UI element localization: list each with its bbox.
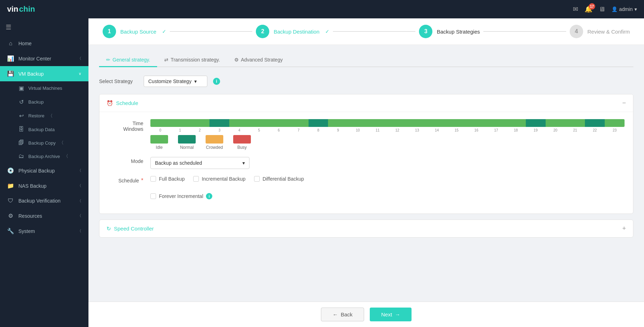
sidebar-sub-label: Backup Archive [28, 154, 60, 159]
time-bar-segment [447, 119, 466, 127]
chevron-icon: 〈 [48, 113, 53, 119]
tab-general-strategy[interactable]: ✏ General strategy. [99, 53, 157, 67]
chevron-icon: 〈 [77, 56, 81, 61]
sidebar-item-label: VM Backup [18, 71, 44, 77]
forever-incremental-checkbox[interactable] [150, 193, 156, 199]
step-1-check-icon: ✓ [162, 29, 166, 34]
time-tick: 21 [565, 128, 585, 132]
sidebar-item-monitor-center[interactable]: 📊 Monitor Center 〈 [0, 51, 88, 66]
legend-label: Crowded [206, 145, 223, 150]
sidebar: ☰ ⌂ Home 📊 Monitor Center 〈 💾 VM Backup … [0, 18, 88, 327]
sidebar-item-backup-data[interactable]: 🗄 Backup Data [0, 123, 88, 136]
tab-label: General strategy. [113, 57, 150, 63]
user-chevron-icon: ▾ [634, 6, 637, 12]
sidebar-item-virtual-machines[interactable]: ▣ Virtual Machines [0, 81, 88, 95]
tab-transmission-strategy[interactable]: ⇄ Transmission strategy. [157, 53, 227, 67]
wizard-step-2: 2 Backup Destination ✓ [256, 25, 329, 38]
step-1-circle: 1 [103, 25, 116, 38]
checkbox-differential-backup[interactable]: Differential Backup [254, 176, 304, 182]
checkbox-incremental-backup[interactable]: Incremental Backup [193, 176, 246, 182]
back-button[interactable]: ← Back [321, 308, 364, 321]
full-backup-checkbox[interactable] [150, 176, 156, 182]
restore-icon: ↩ [18, 112, 25, 119]
sidebar-item-resources[interactable]: ⚙ Resources 〈 [0, 208, 88, 223]
schedule-checkbox-label: Schedule * [108, 176, 143, 184]
speed-title-text: Speed Controller [114, 226, 154, 232]
speed-controller-card: ↻ Speed Controller + [99, 220, 633, 238]
layout: ☰ ⌂ Home 📊 Monitor Center 〈 💾 VM Backup … [0, 18, 644, 327]
next-button[interactable]: Next → [370, 308, 412, 321]
mode-dropdown[interactable]: Backup as scheduled ▾ [150, 157, 249, 169]
chevron-icon: 〈 [77, 213, 81, 218]
time-tick: 8 [309, 128, 328, 132]
sidebar-item-home[interactable]: ⌂ Home [0, 36, 88, 51]
time-bar-segment [170, 119, 190, 127]
sidebar-item-vm-backup[interactable]: 💾 VM Backup ∨ [0, 66, 88, 81]
speed-card-title: ↻ Speed Controller [107, 226, 154, 232]
step-2-check-icon: ✓ [325, 29, 329, 34]
legend-color-box [178, 135, 196, 144]
strategy-dropdown[interactable]: Customize Strategy ▾ [144, 76, 207, 87]
wizard-step-3: 3 Backup Strategies [419, 25, 480, 38]
time-tick: 0 [150, 128, 170, 132]
back-icon: ← [333, 311, 338, 317]
sidebar-item-physical-backup[interactable]: 💿 Physical Backup 〈 [0, 163, 88, 178]
time-bar-segment [269, 119, 289, 127]
monitor-icon[interactable]: 🖥 [599, 6, 605, 13]
content-area: ✏ General strategy. ⇄ Transmission strat… [88, 45, 644, 302]
step-4-label: Review & Confirm [587, 29, 630, 35]
time-tick: 10 [348, 128, 368, 132]
time-tick: 18 [506, 128, 526, 132]
sidebar-sub-label: Backup Copy [28, 140, 56, 146]
user-menu[interactable]: 👤 admin ▾ [611, 6, 637, 12]
legend-color-box [150, 135, 168, 144]
time-bar-segment [526, 119, 546, 127]
checkbox-forever-incremental[interactable]: Forever Incremental [150, 193, 203, 199]
time-bar-segment [427, 119, 447, 127]
sidebar-item-restore[interactable]: ↩ Restore 〈 [0, 109, 88, 123]
time-tick: 5 [249, 128, 269, 132]
step-2-circle: 2 [256, 25, 269, 38]
navbar: vinchin ✉ 🔔 17 🖥 👤 admin ▾ [0, 0, 644, 18]
time-tick: 16 [466, 128, 486, 132]
step-connector-2 [333, 31, 416, 32]
menu-toggle-icon[interactable]: ☰ [0, 18, 88, 36]
messages-icon[interactable]: ✉ [573, 5, 578, 13]
speed-expand-button[interactable]: + [622, 225, 626, 232]
time-bar-segment [585, 119, 605, 127]
step-2-label: Backup Destination [274, 29, 319, 35]
time-tick: 13 [407, 128, 427, 132]
sidebar-item-nas-backup[interactable]: 📁 NAS Backup 〈 [0, 178, 88, 193]
forever-incremental-label: Forever Incremental [159, 193, 203, 199]
checkbox-full-backup[interactable]: Full Backup [150, 176, 185, 182]
forever-info-icon[interactable]: i [206, 193, 212, 199]
sidebar-item-backup[interactable]: ↺ Backup [0, 95, 88, 109]
time-bar-segment [407, 119, 427, 127]
time-bar-segment [486, 119, 506, 127]
schedule-collapse-button[interactable]: − [622, 99, 626, 107]
strategy-info-icon[interactable]: i [213, 78, 220, 85]
time-bar-segment [289, 119, 309, 127]
backup-archive-icon: 🗂 [18, 153, 25, 159]
sidebar-item-backup-verification[interactable]: 🛡 Backup Verification 〈 [0, 193, 88, 208]
time-bar-segment [546, 119, 565, 127]
time-bar [150, 119, 625, 127]
time-tick: 11 [368, 128, 387, 132]
differential-backup-checkbox[interactable] [254, 176, 260, 182]
time-tick: 3 [209, 128, 229, 132]
tab-advanced-strategy[interactable]: ⚙ Advanced Strategy [227, 53, 290, 67]
brand-chin: chin [19, 5, 35, 14]
sidebar-item-system[interactable]: 🔧 System 〈 [0, 223, 88, 239]
legend-color-box [233, 135, 251, 144]
notifications-icon[interactable]: 🔔 17 [585, 5, 592, 13]
backup-copy-icon: 🗐 [18, 140, 25, 146]
nas-backup-icon: 📁 [7, 182, 14, 189]
sidebar-item-backup-copy[interactable]: 🗐 Backup Copy 〈 [0, 136, 88, 150]
time-tick: 7 [289, 128, 309, 132]
incremental-backup-checkbox[interactable] [193, 176, 199, 182]
strategy-selector-row: Select Strategy Customize Strategy ▾ i [99, 76, 633, 87]
time-bar-segment [150, 119, 170, 127]
sidebar-item-backup-archive[interactable]: 🗂 Backup Archive 〈 [0, 150, 88, 163]
sidebar-item-label: NAS Backup [18, 183, 46, 189]
time-bar-segment [229, 119, 249, 127]
